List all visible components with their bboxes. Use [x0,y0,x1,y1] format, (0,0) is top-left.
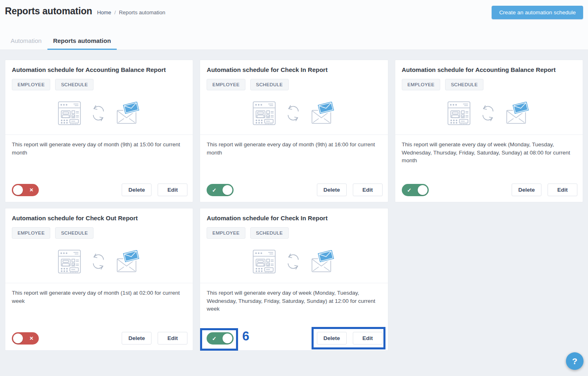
report-icon [253,101,276,125]
page-title: Reports automation [5,6,92,17]
report-icon [253,250,276,273]
sync-icon [285,252,301,271]
automation-card: Automation schedule for Check In Report … [200,60,388,202]
sync-icon [285,104,301,123]
card-description: This report will generate every day of m… [5,283,193,332]
card-description: This report will generate every day of w… [200,283,388,332]
automation-card-highlighted: Automation schedule for Check In Report … [200,208,388,351]
card-illustration [200,92,388,134]
badge-schedule: SCHEDULE [445,79,483,90]
check-icon: ✓ [212,335,216,341]
badge-schedule: SCHEDULE [55,79,94,90]
badge-schedule: SCHEDULE [250,79,289,90]
tab-automation[interactable]: Automation [5,33,47,49]
email-envelope-icon [116,102,140,125]
toggle-knob [13,333,23,343]
check-icon: ✓ [212,187,216,193]
card-title: Automation schedule for Accounting Balan… [402,66,576,73]
card-illustration [395,92,583,134]
enable-toggle[interactable]: ✓ [402,184,429,196]
delete-button[interactable]: Delete [317,332,347,345]
enable-toggle[interactable]: ✕ [12,332,39,345]
sync-icon [91,252,106,271]
badge-employee: EMPLOYEE [207,79,245,90]
breadcrumb-current: Reports automation [119,9,165,16]
email-envelope-icon [311,250,335,273]
card-description: This report will generate every day of m… [5,135,193,184]
content-area: Automation schedule for Accounting Balan… [0,50,588,376]
card-title: Automation schedule for Check In Report [207,215,381,222]
card-description: This report will generate every day of m… [200,135,388,184]
report-icon [58,101,81,125]
badge-employee: EMPLOYEE [12,79,50,90]
breadcrumb-separator: / [114,9,116,16]
delete-button[interactable]: Delete [122,184,151,196]
edit-button[interactable]: Edit [158,332,187,345]
toggle-knob [223,333,232,343]
automation-card: Automation schedule for Accounting Balan… [395,60,583,202]
card-illustration [5,240,193,283]
delete-button[interactable]: Delete [317,184,347,196]
automation-card: Automation schedule for Check Out Report… [5,208,193,351]
tab-reports-automation[interactable]: Reports automation [47,33,117,49]
card-title: Automation schedule for Check In Report [207,66,381,73]
enable-toggle[interactable]: ✕ [12,184,39,196]
help-button[interactable]: ? [566,352,584,370]
toggle-knob [418,185,428,195]
sync-icon [91,104,106,123]
toggle-knob [13,185,23,195]
cards-grid: Automation schedule for Accounting Balan… [5,60,583,351]
card-title: Automation schedule for Check Out Report [12,215,186,222]
tab-bar: Automation Reports automation [0,33,588,50]
edit-button[interactable]: Edit [353,332,383,345]
badge-schedule: SCHEDULE [55,227,94,239]
delete-button[interactable]: Delete [122,332,151,345]
x-icon: ✕ [29,336,33,341]
card-title: Automation schedule for Accounting Balan… [12,66,186,73]
sync-icon [480,104,496,123]
breadcrumb-home-link[interactable]: Home [97,9,111,16]
breadcrumb: Home / Reports automation [97,9,165,16]
edit-button[interactable]: Edit [353,184,383,196]
toggle-knob [223,185,232,195]
report-icon [448,101,470,125]
badge-schedule: SCHEDULE [250,227,289,239]
card-illustration [5,92,193,134]
enable-toggle[interactable]: ✓ [207,332,234,345]
delete-button[interactable]: Delete [512,184,541,196]
card-illustration [200,240,388,283]
check-icon: ✓ [407,187,412,193]
automation-card: Automation schedule for Accounting Balan… [5,60,193,202]
edit-button[interactable]: Edit [158,184,187,196]
email-envelope-icon [506,102,530,125]
badge-employee: EMPLOYEE [402,79,440,90]
create-automation-schedule-button[interactable]: Create an automation schedule [492,6,583,19]
badge-employee: EMPLOYEE [12,227,50,239]
page-header: Reports automation Home / Reports automa… [0,0,588,19]
edit-button[interactable]: Edit [548,184,577,196]
email-envelope-icon [116,250,140,273]
report-icon [58,250,81,273]
email-envelope-icon [311,102,335,125]
card-description: This report will generate every day of w… [395,135,583,184]
enable-toggle[interactable]: ✓ [207,184,234,196]
x-icon: ✕ [29,187,33,193]
badge-employee: EMPLOYEE [207,227,245,239]
